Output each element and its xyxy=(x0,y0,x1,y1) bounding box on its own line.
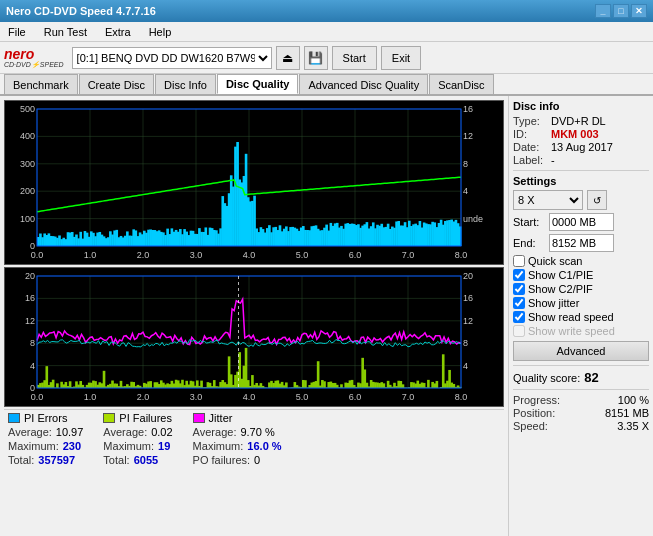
disc-date-value: 13 Aug 2017 xyxy=(551,141,613,153)
disc-label-row: Label: - xyxy=(513,154,649,166)
end-mb-row: End: xyxy=(513,234,649,252)
show-c1-checkbox[interactable] xyxy=(513,269,525,281)
menu-file[interactable]: File xyxy=(4,24,30,40)
jitter-color xyxy=(193,413,205,423)
nero-product: CD·DVD⚡SPEED xyxy=(4,61,64,68)
progress-label: Progress: xyxy=(513,394,560,406)
close-button[interactable]: ✕ xyxy=(631,4,647,18)
disc-date-label: Date: xyxy=(513,141,549,153)
quality-score-value: 82 xyxy=(584,370,598,385)
advanced-button[interactable]: Advanced xyxy=(513,341,649,361)
quality-score-row: Quality score: 82 xyxy=(513,370,649,385)
tab-advanced-disc-quality[interactable]: Advanced Disc Quality xyxy=(299,74,428,94)
speed-label: Speed: xyxy=(513,420,548,432)
progress-row: Progress: 100 % xyxy=(513,394,649,406)
show-c2-label: Show C2/PIF xyxy=(528,283,593,295)
right-panel: Disc info Type: DVD+R DL ID: MKM 003 Dat… xyxy=(508,96,653,536)
show-jitter-label: Show jitter xyxy=(528,297,579,309)
disc-id-label: ID: xyxy=(513,128,549,140)
pi-errors-max-label: Maximum: xyxy=(8,440,59,452)
end-mb-input[interactable] xyxy=(549,234,614,252)
end-mb-label: End: xyxy=(513,237,545,249)
start-button[interactable]: Start xyxy=(332,46,377,70)
jitter-po-value: 0 xyxy=(254,454,260,466)
show-jitter-checkbox[interactable] xyxy=(513,297,525,309)
disc-date-row: Date: 13 Aug 2017 xyxy=(513,141,649,153)
show-write-speed-checkbox[interactable] xyxy=(513,325,525,337)
drive-selector[interactable]: [0:1] BENQ DVD DD DW1620 B7W9 xyxy=(72,47,272,69)
chart-area: PI Errors Average: 10.97 Maximum: 230 To… xyxy=(0,96,508,536)
jitter-title: Jitter xyxy=(209,412,233,424)
pi-failures-total-value: 6055 xyxy=(134,454,158,466)
disc-label-value: - xyxy=(551,154,555,166)
jitter-po-label: PO failures: xyxy=(193,454,250,466)
jitter-avg-value: 9.70 % xyxy=(240,426,274,438)
menu-run-test[interactable]: Run Test xyxy=(40,24,91,40)
settings-reload-icon[interactable]: ↺ xyxy=(587,190,607,210)
disc-id-value: MKM 003 xyxy=(551,128,599,140)
quick-scan-label: Quick scan xyxy=(528,255,582,267)
pi-errors-max-value: 230 xyxy=(63,440,81,452)
tab-benchmark[interactable]: Benchmark xyxy=(4,74,78,94)
disc-id-row: ID: MKM 003 xyxy=(513,128,649,140)
legend-pi-errors: PI Errors Average: 10.97 Maximum: 230 To… xyxy=(8,412,83,473)
tab-scan-disc[interactable]: ScanDisc xyxy=(429,74,493,94)
pi-failures-total-label: Total: xyxy=(103,454,129,466)
disc-label-label: Label: xyxy=(513,154,549,166)
start-mb-label: Start: xyxy=(513,216,545,228)
show-c1-row: Show C1/PIE xyxy=(513,269,649,281)
tab-disc-quality[interactable]: Disc Quality xyxy=(217,74,299,94)
show-jitter-row: Show jitter xyxy=(513,297,649,309)
window-controls[interactable]: _ □ ✕ xyxy=(595,4,647,18)
show-read-speed-row: Show read speed xyxy=(513,311,649,323)
eject-icon[interactable]: ⏏ xyxy=(276,46,300,70)
quick-scan-checkbox[interactable] xyxy=(513,255,525,267)
speed-row-2: Speed: 3.35 X xyxy=(513,420,649,432)
jitter-max-value: 16.0 % xyxy=(247,440,281,452)
bottom-chart xyxy=(4,267,504,407)
legend-jitter: Jitter Average: 9.70 % Maximum: 16.0 % P… xyxy=(193,412,282,473)
pi-errors-total-label: Total: xyxy=(8,454,34,466)
speed-row: 8 X ↺ xyxy=(513,190,649,210)
show-c1-label: Show C1/PIE xyxy=(528,269,593,281)
tab-disc-info[interactable]: Disc Info xyxy=(155,74,216,94)
tab-create-disc[interactable]: Create Disc xyxy=(79,74,154,94)
pi-failures-avg-label: Average: xyxy=(103,426,147,438)
save-icon[interactable]: 💾 xyxy=(304,46,328,70)
start-mb-row: Start: xyxy=(513,213,649,231)
pi-failures-max-value: 19 xyxy=(158,440,170,452)
pi-errors-total-value: 357597 xyxy=(38,454,75,466)
nero-brand: nero xyxy=(4,47,64,61)
pi-failures-color xyxy=(103,413,115,423)
minimize-button[interactable]: _ xyxy=(595,4,611,18)
speed-selector[interactable]: 8 X xyxy=(513,190,583,210)
show-write-speed-label: Show write speed xyxy=(528,325,615,337)
main-content: PI Errors Average: 10.97 Maximum: 230 To… xyxy=(0,96,653,536)
menu-bar: File Run Test Extra Help xyxy=(0,22,653,42)
progress-value: 100 % xyxy=(618,394,649,406)
speed-value: 3.35 X xyxy=(617,420,649,432)
disc-type-label: Type: xyxy=(513,115,549,127)
pi-failures-title: PI Failures xyxy=(119,412,172,424)
start-mb-input[interactable] xyxy=(549,213,614,231)
pi-errors-title: PI Errors xyxy=(24,412,67,424)
show-read-speed-checkbox[interactable] xyxy=(513,311,525,323)
legend-area: PI Errors Average: 10.97 Maximum: 230 To… xyxy=(4,409,504,475)
app-title: Nero CD-DVD Speed 4.7.7.16 xyxy=(6,5,156,17)
nero-logo: nero CD·DVD⚡SPEED xyxy=(4,47,64,68)
top-chart xyxy=(4,100,504,265)
exit-button[interactable]: Exit xyxy=(381,46,421,70)
show-write-speed-row: Show write speed xyxy=(513,325,649,337)
title-bar: Nero CD-DVD Speed 4.7.7.16 _ □ ✕ xyxy=(0,0,653,22)
position-row: Position: 8151 MB xyxy=(513,407,649,419)
maximize-button[interactable]: □ xyxy=(613,4,629,18)
disc-type-value: DVD+R DL xyxy=(551,115,606,127)
pi-errors-avg-value: 10.97 xyxy=(56,426,84,438)
menu-help[interactable]: Help xyxy=(145,24,176,40)
legend-pi-failures: PI Failures Average: 0.02 Maximum: 19 To… xyxy=(103,412,172,473)
show-c2-checkbox[interactable] xyxy=(513,283,525,295)
show-c2-row: Show C2/PIF xyxy=(513,283,649,295)
settings-title: Settings xyxy=(513,175,649,187)
menu-extra[interactable]: Extra xyxy=(101,24,135,40)
disc-info-title: Disc info xyxy=(513,100,649,112)
